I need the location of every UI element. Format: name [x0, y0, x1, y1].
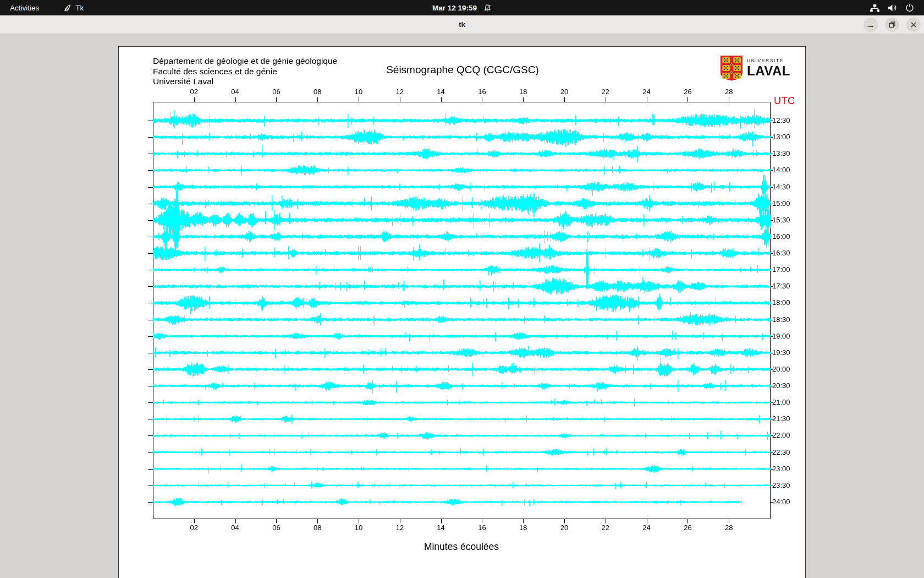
minimize-button[interactable] — [864, 18, 878, 32]
institution-line: Faculté des sciences et de génie — [153, 67, 337, 77]
laval-shield-icon — [720, 55, 743, 81]
trace-time-label: 16:30 — [772, 249, 790, 257]
x-tick-label-bottom: 02 — [187, 524, 201, 532]
trace-time-label: 22:30 — [772, 448, 790, 456]
trace-time-label: 13:30 — [772, 149, 790, 157]
x-tick-label-bottom: 24 — [640, 524, 654, 532]
trace-time-label: 20:30 — [772, 381, 790, 390]
x-tick-label-bottom: 28 — [722, 524, 736, 532]
x-tick-label-bottom: 04 — [228, 524, 243, 532]
trace-time-label: 23:00 — [772, 465, 790, 473]
x-tick-label-top: 20 — [557, 88, 571, 96]
x-tick-label-bottom: 22 — [598, 524, 613, 532]
logo-text-universite: UNIVERSITÉ — [747, 58, 790, 63]
x-tick-label-top: 02 — [187, 88, 201, 96]
x-tick-label-bottom: 08 — [310, 524, 324, 532]
x-tick-label-bottom: 14 — [434, 524, 448, 532]
x-tick-label-top: 28 — [722, 88, 736, 96]
x-tick-label-top: 08 — [310, 88, 324, 96]
x-tick-label-bottom: 18 — [516, 524, 530, 532]
close-icon — [910, 21, 917, 28]
x-axis-title: Minutes écoulées — [424, 541, 499, 553]
x-tick-label-bottom: 26 — [680, 524, 695, 532]
trace-time-label: 18:30 — [772, 315, 790, 324]
x-tick-label-top: 14 — [434, 88, 448, 96]
clock-menu[interactable]: Mar 12 19:59 — [432, 0, 492, 15]
x-tick-label-top: 10 — [351, 88, 366, 96]
x-tick-label-top: 24 — [640, 88, 654, 96]
x-tick-label-bottom: 16 — [475, 524, 489, 532]
trace-time-label: 22:00 — [772, 431, 790, 439]
activities-button[interactable]: Activities — [4, 0, 45, 15]
system-status-area[interactable] — [870, 0, 924, 15]
power-icon — [905, 3, 914, 12]
x-tick-label-top: 16 — [475, 88, 489, 96]
x-tick-label-top: 06 — [269, 88, 283, 96]
trace-time-label: 18:00 — [772, 298, 790, 307]
institution-line: Département de géologie et de génie géol… — [153, 56, 337, 67]
focused-app-menu[interactable]: Tk — [58, 0, 89, 15]
x-tick-label-bottom: 20 — [557, 524, 571, 532]
tk-feather-icon — [63, 4, 72, 12]
seismogram-plot — [119, 47, 805, 577]
x-tick-label-top: 18 — [516, 88, 530, 96]
trace-time-label: 24:00 — [772, 498, 790, 506]
gnome-top-bar: Activities Tk Mar 12 19:59 — [0, 0, 924, 15]
x-tick-label-top: 26 — [680, 88, 695, 96]
plot-title: Séismographe QCQ (CGC/GSC) — [386, 64, 539, 76]
trace-time-label: 19:00 — [772, 332, 790, 340]
close-button[interactable] — [906, 18, 921, 32]
logo-text-laval: LAVAL — [747, 64, 790, 78]
app-name-label: Tk — [75, 4, 84, 12]
trace-time-label: 15:00 — [772, 199, 790, 208]
x-tick-label-bottom: 06 — [269, 524, 283, 532]
maximize-icon — [889, 21, 895, 28]
network-wired-icon — [870, 4, 879, 12]
trace-time-label: 17:00 — [772, 265, 790, 274]
trace-time-label: 21:30 — [772, 415, 790, 423]
volume-icon — [888, 4, 897, 12]
notifications-disabled-icon — [483, 4, 492, 12]
trace-time-label: 21:00 — [772, 398, 790, 406]
maximize-button[interactable] — [885, 18, 899, 32]
trace-time-label: 19:30 — [772, 348, 790, 357]
clock-label: Mar 12 19:59 — [432, 4, 477, 12]
utc-label: UTC — [774, 95, 795, 107]
trace-time-label: 17:30 — [772, 282, 790, 290]
trace-time-label: 13:00 — [772, 133, 790, 141]
universite-laval-logo: UNIVERSITÉ LAVAL — [720, 55, 790, 81]
minimize-icon — [867, 21, 874, 28]
trace-time-label: 23:30 — [772, 481, 790, 489]
x-tick-label-top: 12 — [393, 88, 407, 96]
trace-time-label: 16:00 — [772, 232, 790, 241]
seismograph-window-canvas: Département de géologie et de génie géol… — [118, 46, 806, 578]
institution-line: Université Laval — [153, 77, 337, 87]
x-tick-label-bottom: 12 — [393, 524, 407, 532]
trace-time-label: 14:30 — [772, 183, 790, 191]
trace-time-label: 12:30 — [772, 116, 790, 124]
x-tick-label-top: 04 — [228, 88, 243, 96]
x-tick-label-top: 22 — [598, 88, 613, 96]
trace-time-label: 14:00 — [772, 166, 790, 174]
institution-block: Département de géologie et de génie géol… — [153, 56, 337, 87]
trace-time-label: 20:00 — [772, 365, 790, 373]
window-titlebar[interactable]: tk — [0, 15, 924, 34]
trace-time-label: 15:30 — [772, 216, 790, 224]
x-tick-label-bottom: 10 — [351, 524, 366, 532]
window-title: tk — [0, 20, 924, 29]
